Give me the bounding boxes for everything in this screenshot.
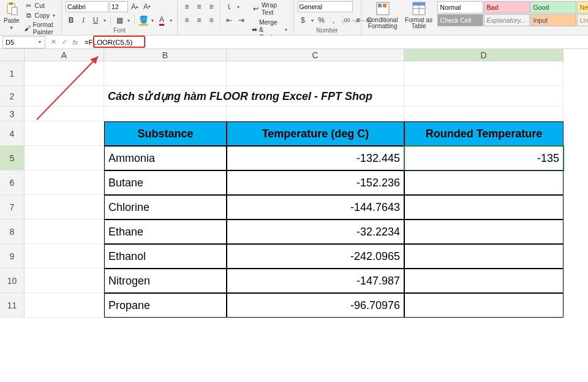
cell-b11[interactable]: Propane: [104, 293, 227, 318]
cell-c9[interactable]: -242.0965: [227, 244, 404, 269]
row-header-8[interactable]: 8: [0, 220, 24, 244]
cell-d1[interactable]: [404, 61, 564, 86]
cell-a8[interactable]: [24, 220, 104, 244]
row-header-2[interactable]: 2: [0, 86, 24, 107]
font-color-button[interactable]: A: [156, 15, 167, 26]
align-left-button[interactable]: ≡: [181, 15, 192, 26]
cell-a4[interactable]: [24, 121, 104, 146]
cell-b4[interactable]: Substance: [104, 121, 227, 146]
cell-a7[interactable]: [24, 195, 104, 220]
cancel-formula-button[interactable]: ✕: [48, 36, 59, 48]
increase-indent-button[interactable]: ⇥: [236, 15, 247, 26]
paste-button[interactable]: Paste ▼: [4, 1, 20, 31]
select-all-corner[interactable]: [0, 49, 24, 61]
cell-a2[interactable]: [24, 86, 104, 107]
col-header-d[interactable]: D: [404, 49, 564, 61]
align-middle-button[interactable]: ≡: [194, 1, 205, 12]
cell-c1[interactable]: [227, 61, 404, 86]
cell-b5[interactable]: Ammonia: [104, 146, 227, 170]
cell-c4[interactable]: Temperature (deg C): [227, 121, 404, 146]
cell-a1[interactable]: [24, 61, 104, 86]
cell-a10[interactable]: [24, 269, 104, 293]
cell-d7[interactable]: [404, 195, 564, 220]
accounting-button[interactable]: $: [298, 15, 309, 26]
cell-c7[interactable]: -144.7643: [227, 195, 404, 220]
fill-color-button[interactable]: 🪣: [138, 15, 149, 26]
cell-c11[interactable]: -96.70976: [227, 293, 404, 318]
name-box[interactable]: D5▾: [2, 36, 45, 48]
row-header-9[interactable]: 9: [0, 244, 24, 269]
row-header-4[interactable]: 4: [0, 121, 24, 146]
cell-c8[interactable]: -32.2234: [227, 220, 404, 244]
cell-styles-gallery[interactable]: Normal Bad Good Neutral Check Cell Expla…: [437, 1, 588, 26]
cell-b10[interactable]: Nitrogen: [104, 269, 227, 293]
style-good[interactable]: Good: [530, 1, 576, 13]
col-header-c[interactable]: C: [227, 49, 404, 61]
bold-button[interactable]: B: [66, 15, 77, 26]
cell-b1[interactable]: [104, 61, 227, 86]
cell-d5[interactable]: -135: [404, 146, 564, 170]
row-header-1[interactable]: 1: [0, 61, 24, 86]
cell-b8[interactable]: Ethane: [104, 220, 227, 244]
cell-d8[interactable]: [404, 220, 564, 244]
cell-c2[interactable]: [227, 86, 404, 107]
style-neutral[interactable]: Neutral: [577, 1, 588, 13]
font-size-select[interactable]: [110, 1, 128, 12]
cell-d9[interactable]: [404, 244, 564, 269]
cell-c6[interactable]: -152.236: [227, 170, 404, 195]
row-header-7[interactable]: 7: [0, 195, 24, 220]
cell-b7[interactable]: Chlorine: [104, 195, 227, 220]
style-input[interactable]: Input: [530, 14, 576, 26]
format-as-table-button[interactable]: Format as Table: [404, 1, 434, 29]
style-bad[interactable]: Bad: [484, 1, 530, 13]
align-top-button[interactable]: ≡: [181, 1, 192, 12]
copy-button[interactable]: ⧉ Copy ▾: [23, 11, 58, 20]
cell-d4[interactable]: Rounded Temperature: [404, 121, 564, 146]
cell-a5[interactable]: [24, 146, 104, 170]
cell-b6[interactable]: Butane: [104, 170, 227, 195]
conditional-formatting-button[interactable]: Conditional Formatting: [365, 1, 401, 29]
cell-c10[interactable]: -147.987: [227, 269, 404, 293]
increase-font-button[interactable]: A▴: [129, 1, 140, 12]
cell-d10[interactable]: [404, 269, 564, 293]
cell-a3[interactable]: [24, 107, 104, 121]
fx-icon[interactable]: fx: [70, 36, 81, 48]
cell-b9[interactable]: Ethanol: [104, 244, 227, 269]
row-header-6[interactable]: 6: [0, 170, 24, 195]
decrease-indent-button[interactable]: ⇤: [224, 15, 235, 26]
col-header-b[interactable]: B: [104, 49, 227, 61]
comma-button[interactable]: ,: [328, 15, 339, 26]
italic-button[interactable]: I: [78, 15, 89, 26]
formula-input[interactable]: [81, 36, 588, 48]
align-center-button[interactable]: ≡: [194, 15, 205, 26]
underline-button[interactable]: U: [90, 15, 101, 26]
cell-d11[interactable]: [404, 293, 564, 318]
number-format-select[interactable]: [298, 1, 353, 12]
align-bottom-button[interactable]: ≡: [206, 1, 217, 12]
orientation-button[interactable]: ⤹: [224, 1, 235, 12]
col-header-a[interactable]: A: [24, 49, 104, 61]
cell-b3[interactable]: [104, 107, 227, 121]
style-explanatory[interactable]: Explanatory...: [484, 14, 530, 26]
borders-button[interactable]: ▦: [114, 15, 125, 26]
row-header-5[interactable]: 5: [0, 146, 24, 170]
font-name-select[interactable]: [66, 1, 108, 12]
style-check-cell[interactable]: Check Cell: [437, 14, 483, 26]
decrease-font-button[interactable]: A▾: [141, 1, 153, 12]
enter-formula-button[interactable]: ✓: [59, 36, 70, 48]
style-linked[interactable]: Linked: [577, 14, 588, 26]
cell-d2[interactable]: [404, 86, 564, 107]
style-normal[interactable]: Normal: [437, 1, 483, 13]
row-header-10[interactable]: 10: [0, 269, 24, 293]
row-header-3[interactable]: 3: [0, 107, 24, 121]
cell-a11[interactable]: [24, 293, 104, 318]
cut-button[interactable]: ✂ Cut: [23, 1, 58, 10]
cell-a9[interactable]: [24, 244, 104, 269]
cell-c5[interactable]: -132.445: [227, 146, 404, 170]
cell-b2[interactable]: Cách sử dụng hàm FLOOR trong Excel - FPT…: [104, 86, 227, 107]
percent-button[interactable]: %: [316, 15, 327, 26]
format-painter-button[interactable]: 🖌 Format Painter: [23, 21, 58, 36]
cell-d3[interactable]: [404, 107, 564, 121]
wrap-text-button[interactable]: ↩ Wrap Text: [251, 1, 290, 16]
cell-c3[interactable]: [227, 107, 404, 121]
